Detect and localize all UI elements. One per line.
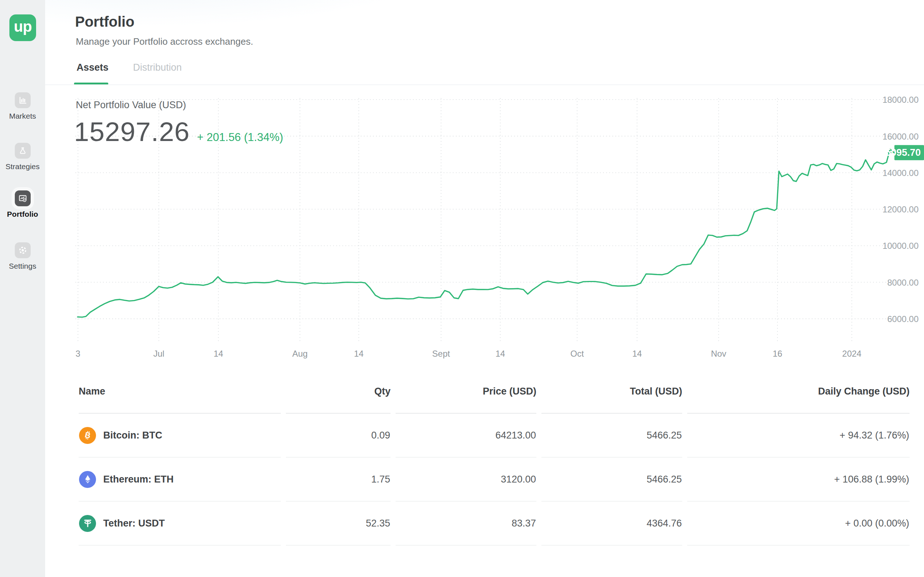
portfolio-line (78, 149, 894, 318)
asset-total: 5466.25 (541, 414, 682, 458)
y-axis-label: 18000.00 (882, 95, 919, 105)
y-axis-label: 12000.00 (882, 205, 919, 214)
y-axis-label: 6000.00 (887, 314, 919, 324)
chart-title: Net Portfolio Value (USD) (76, 100, 186, 111)
x-axis-label: 14 (632, 349, 642, 358)
x-axis-label: 14 (214, 349, 223, 358)
page-title: Portfolio (75, 14, 134, 30)
asset-row-eth[interactable]: Ethereum: ETH 1.75 3120.00 5466.25 + 106… (79, 458, 909, 501)
column-header-name: Name (79, 381, 281, 414)
asset-total: 5466.25 (541, 458, 682, 501)
tab-distribution-label: Distribution (133, 62, 182, 73)
app-logo[interactable]: up (10, 15, 36, 41)
portfolio-value-row: 15297.26 + 201.56 (1.34%) (74, 116, 283, 147)
y-axis-label: 8000.00 (887, 278, 919, 287)
x-axis-label: 2024 (842, 349, 861, 358)
ethereum-icon (79, 471, 96, 488)
tab-bar-divider (45, 84, 924, 85)
x-axis-label: Aug (292, 349, 308, 358)
y-axis-label: 10000.00 (882, 241, 919, 251)
asset-row-btc[interactable]: B Bitcoin: BTC 0.09 64213.00 5466.25 + 9… (79, 414, 909, 458)
bitcoin-icon: B (79, 427, 96, 444)
page-subtitle: Manage your Portfolio accross exchanges. (76, 36, 253, 47)
x-axis-label: Oct (570, 349, 584, 358)
x-axis-label: 3 (76, 349, 80, 358)
portfolio-app: up Markets Strategies (0, 0, 924, 577)
y-axis-label: 14000.00 (882, 168, 919, 178)
tab-assets-label: Assets (76, 62, 109, 73)
column-header-total: Total (USD) (541, 381, 682, 414)
asset-row-usdt[interactable]: Tether: USDT 52.35 83.37 4364.76 + 0.00 … (79, 501, 909, 546)
asset-daily-change: + 0.00 (0.00%) (687, 501, 909, 546)
y-axis-label: 16000.00 (882, 132, 919, 141)
asset-qty: 0.09 (286, 414, 391, 458)
asset-name: Ethereum: ETH (103, 474, 174, 485)
x-axis-label: Sept (432, 349, 450, 358)
asset-name: Tether: USDT (103, 518, 165, 529)
asset-daily-change: + 106.88 (1.99%) (687, 458, 909, 501)
portfolio-tabs: Assets Distribution (76, 62, 182, 85)
column-header-qty: Qty (286, 381, 391, 414)
assets-table: Name Qty Price (USD) Total (USD) Daily C… (74, 381, 914, 546)
tab-assets[interactable]: Assets (76, 62, 109, 85)
asset-name: Bitcoin: BTC (103, 430, 162, 441)
asset-price: 3120.00 (396, 458, 536, 501)
table-header-row: Name Qty Price (USD) Total (USD) Daily C… (79, 381, 909, 414)
column-header-daily-change: Daily Change (USD) (687, 381, 909, 414)
x-axis-label: 16 (773, 349, 782, 358)
x-axis-label: Nov (711, 349, 727, 358)
x-axis-label: 14 (496, 349, 505, 358)
asset-qty: 1.75 (286, 458, 391, 501)
net-portfolio-value: 15297.26 (74, 116, 190, 147)
asset-daily-change: + 94.32 (1.76%) (687, 414, 909, 458)
column-header-price: Price (USD) (396, 381, 536, 414)
tab-distribution[interactable]: Distribution (133, 62, 182, 85)
net-portfolio-change: + 201.56 (1.34%) (197, 131, 283, 144)
asset-price: 64213.00 (396, 414, 536, 458)
x-axis-label: 14 (354, 349, 364, 358)
asset-price: 83.37 (396, 501, 536, 546)
last-price-label: 15095.70 (880, 147, 921, 158)
asset-qty: 52.35 (286, 501, 391, 546)
x-axis-label: Jul (153, 349, 165, 358)
tether-icon (79, 515, 96, 532)
asset-total: 4364.76 (541, 501, 682, 546)
